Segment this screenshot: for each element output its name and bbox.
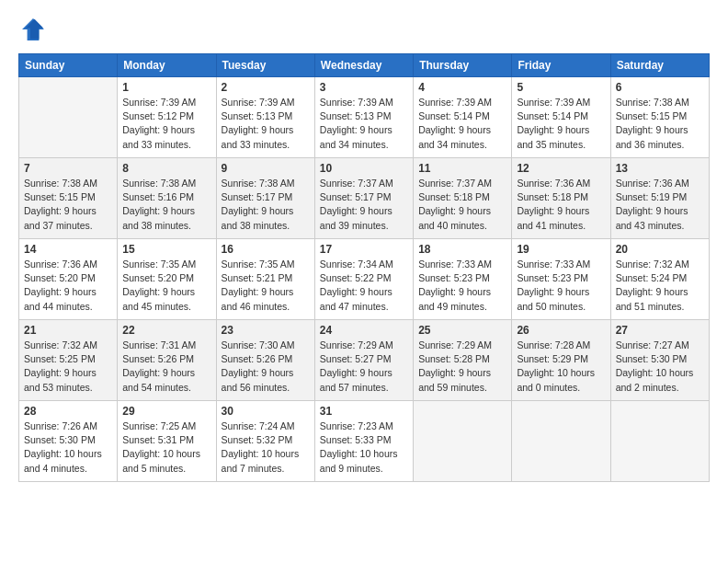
day-cell: 7Sunrise: 7:38 AMSunset: 5:15 PMDaylight… bbox=[19, 158, 118, 239]
day-cell: 14Sunrise: 7:36 AMSunset: 5:20 PMDayligh… bbox=[19, 239, 118, 320]
day-info: Sunrise: 7:29 AMSunset: 5:28 PMDaylight:… bbox=[418, 339, 506, 395]
day-info: Sunrise: 7:34 AMSunset: 5:22 PMDaylight:… bbox=[320, 258, 408, 314]
day-cell: 21Sunrise: 7:32 AMSunset: 5:25 PMDayligh… bbox=[19, 320, 118, 401]
week-row-3: 21Sunrise: 7:32 AMSunset: 5:25 PMDayligh… bbox=[19, 320, 710, 401]
day-info: Sunrise: 7:39 AMSunset: 5:13 PMDaylight:… bbox=[320, 96, 408, 152]
day-info: Sunrise: 7:36 AMSunset: 5:20 PMDaylight:… bbox=[24, 258, 112, 314]
week-row-2: 14Sunrise: 7:36 AMSunset: 5:20 PMDayligh… bbox=[19, 239, 710, 320]
day-info: Sunrise: 7:31 AMSunset: 5:26 PMDaylight:… bbox=[122, 339, 210, 395]
day-number: 25 bbox=[418, 324, 506, 337]
day-cell bbox=[512, 401, 610, 482]
header-cell-wednesday: Wednesday bbox=[314, 54, 413, 77]
day-cell: 18Sunrise: 7:33 AMSunset: 5:23 PMDayligh… bbox=[414, 239, 512, 320]
day-info: Sunrise: 7:36 AMSunset: 5:19 PMDaylight:… bbox=[616, 177, 704, 233]
day-number: 28 bbox=[24, 405, 112, 418]
day-cell: 10Sunrise: 7:37 AMSunset: 5:17 PMDayligh… bbox=[314, 158, 413, 239]
page-header bbox=[18, 15, 710, 44]
day-info: Sunrise: 7:38 AMSunset: 5:17 PMDaylight:… bbox=[222, 177, 310, 233]
day-cell: 3Sunrise: 7:39 AMSunset: 5:13 PMDaylight… bbox=[314, 77, 413, 158]
day-info: Sunrise: 7:35 AMSunset: 5:20 PMDaylight:… bbox=[122, 258, 210, 314]
day-number: 24 bbox=[320, 324, 408, 337]
day-number: 14 bbox=[24, 243, 112, 256]
day-info: Sunrise: 7:39 AMSunset: 5:12 PMDaylight:… bbox=[122, 96, 210, 152]
day-cell: 25Sunrise: 7:29 AMSunset: 5:28 PMDayligh… bbox=[414, 320, 512, 401]
day-cell: 19Sunrise: 7:33 AMSunset: 5:23 PMDayligh… bbox=[512, 239, 610, 320]
week-row-1: 7Sunrise: 7:38 AMSunset: 5:15 PMDaylight… bbox=[19, 158, 710, 239]
day-number: 29 bbox=[122, 405, 210, 418]
day-number: 4 bbox=[418, 81, 506, 94]
day-cell: 4Sunrise: 7:39 AMSunset: 5:14 PMDaylight… bbox=[414, 77, 512, 158]
day-info: Sunrise: 7:35 AMSunset: 5:21 PMDaylight:… bbox=[222, 258, 310, 314]
day-number: 16 bbox=[222, 243, 310, 256]
header-cell-monday: Monday bbox=[118, 54, 216, 77]
header-cell-thursday: Thursday bbox=[414, 54, 512, 77]
day-number: 5 bbox=[517, 81, 605, 94]
day-number: 27 bbox=[616, 324, 704, 337]
day-number: 22 bbox=[122, 324, 210, 337]
day-info: Sunrise: 7:27 AMSunset: 5:30 PMDaylight:… bbox=[616, 339, 704, 395]
day-info: Sunrise: 7:38 AMSunset: 5:15 PMDaylight:… bbox=[616, 96, 704, 152]
day-info: Sunrise: 7:25 AMSunset: 5:31 PMDaylight:… bbox=[122, 419, 210, 476]
day-number: 15 bbox=[122, 243, 210, 256]
header-cell-friday: Friday bbox=[512, 54, 610, 77]
day-number: 9 bbox=[222, 162, 310, 175]
day-cell: 8Sunrise: 7:38 AMSunset: 5:16 PMDaylight… bbox=[118, 158, 216, 239]
day-number: 18 bbox=[418, 243, 506, 256]
week-row-0: 1Sunrise: 7:39 AMSunset: 5:12 PMDaylight… bbox=[19, 77, 710, 158]
day-cell bbox=[414, 401, 512, 482]
day-number: 6 bbox=[616, 81, 704, 94]
day-info: Sunrise: 7:30 AMSunset: 5:26 PMDaylight:… bbox=[222, 339, 310, 395]
day-cell bbox=[610, 401, 709, 482]
day-cell: 29Sunrise: 7:25 AMSunset: 5:31 PMDayligh… bbox=[118, 401, 216, 482]
day-cell: 16Sunrise: 7:35 AMSunset: 5:21 PMDayligh… bbox=[216, 239, 314, 320]
day-cell: 22Sunrise: 7:31 AMSunset: 5:26 PMDayligh… bbox=[118, 320, 216, 401]
day-number: 17 bbox=[320, 243, 408, 256]
header-cell-saturday: Saturday bbox=[610, 54, 709, 77]
day-number: 21 bbox=[24, 324, 112, 337]
calendar-header: SundayMondayTuesdayWednesdayThursdayFrid… bbox=[19, 54, 710, 77]
day-number: 2 bbox=[222, 81, 310, 94]
day-info: Sunrise: 7:24 AMSunset: 5:32 PMDaylight:… bbox=[222, 419, 310, 476]
day-cell bbox=[19, 77, 118, 158]
day-cell: 24Sunrise: 7:29 AMSunset: 5:27 PMDayligh… bbox=[314, 320, 413, 401]
day-info: Sunrise: 7:32 AMSunset: 5:24 PMDaylight:… bbox=[616, 258, 704, 314]
day-cell: 1Sunrise: 7:39 AMSunset: 5:12 PMDaylight… bbox=[118, 77, 216, 158]
day-number: 13 bbox=[616, 162, 704, 175]
day-number: 7 bbox=[24, 162, 112, 175]
logo-icon bbox=[18, 15, 48, 44]
day-info: Sunrise: 7:33 AMSunset: 5:23 PMDaylight:… bbox=[418, 258, 506, 314]
page-container: SundayMondayTuesdayWednesdayThursdayFrid… bbox=[0, 0, 728, 491]
day-number: 20 bbox=[616, 243, 704, 256]
day-cell: 30Sunrise: 7:24 AMSunset: 5:32 PMDayligh… bbox=[216, 401, 314, 482]
day-info: Sunrise: 7:39 AMSunset: 5:14 PMDaylight:… bbox=[517, 96, 605, 152]
day-cell: 23Sunrise: 7:30 AMSunset: 5:26 PMDayligh… bbox=[216, 320, 314, 401]
day-info: Sunrise: 7:28 AMSunset: 5:29 PMDaylight:… bbox=[517, 339, 605, 395]
day-cell: 5Sunrise: 7:39 AMSunset: 5:14 PMDaylight… bbox=[512, 77, 610, 158]
day-number: 12 bbox=[517, 162, 605, 175]
day-cell: 6Sunrise: 7:38 AMSunset: 5:15 PMDaylight… bbox=[610, 77, 709, 158]
day-cell: 27Sunrise: 7:27 AMSunset: 5:30 PMDayligh… bbox=[610, 320, 709, 401]
week-row-4: 28Sunrise: 7:26 AMSunset: 5:30 PMDayligh… bbox=[19, 401, 710, 482]
day-number: 11 bbox=[418, 162, 506, 175]
header-cell-tuesday: Tuesday bbox=[216, 54, 314, 77]
day-info: Sunrise: 7:23 AMSunset: 5:33 PMDaylight:… bbox=[320, 419, 408, 476]
day-cell: 31Sunrise: 7:23 AMSunset: 5:33 PMDayligh… bbox=[314, 401, 413, 482]
day-cell: 2Sunrise: 7:39 AMSunset: 5:13 PMDaylight… bbox=[216, 77, 314, 158]
day-number: 30 bbox=[222, 405, 310, 418]
day-number: 8 bbox=[122, 162, 210, 175]
day-number: 10 bbox=[320, 162, 408, 175]
day-info: Sunrise: 7:39 AMSunset: 5:13 PMDaylight:… bbox=[222, 96, 310, 152]
day-cell: 26Sunrise: 7:28 AMSunset: 5:29 PMDayligh… bbox=[512, 320, 610, 401]
day-info: Sunrise: 7:29 AMSunset: 5:27 PMDaylight:… bbox=[320, 339, 408, 395]
calendar-table: SundayMondayTuesdayWednesdayThursdayFrid… bbox=[18, 53, 710, 482]
day-info: Sunrise: 7:32 AMSunset: 5:25 PMDaylight:… bbox=[24, 339, 112, 395]
day-cell: 12Sunrise: 7:36 AMSunset: 5:18 PMDayligh… bbox=[512, 158, 610, 239]
day-number: 31 bbox=[320, 405, 408, 418]
day-info: Sunrise: 7:36 AMSunset: 5:18 PMDaylight:… bbox=[517, 177, 605, 233]
day-cell: 11Sunrise: 7:37 AMSunset: 5:18 PMDayligh… bbox=[414, 158, 512, 239]
header-row: SundayMondayTuesdayWednesdayThursdayFrid… bbox=[19, 54, 710, 77]
day-cell: 17Sunrise: 7:34 AMSunset: 5:22 PMDayligh… bbox=[314, 239, 413, 320]
day-number: 19 bbox=[517, 243, 605, 256]
day-info: Sunrise: 7:39 AMSunset: 5:14 PMDaylight:… bbox=[418, 96, 506, 152]
day-info: Sunrise: 7:26 AMSunset: 5:30 PMDaylight:… bbox=[24, 419, 112, 476]
